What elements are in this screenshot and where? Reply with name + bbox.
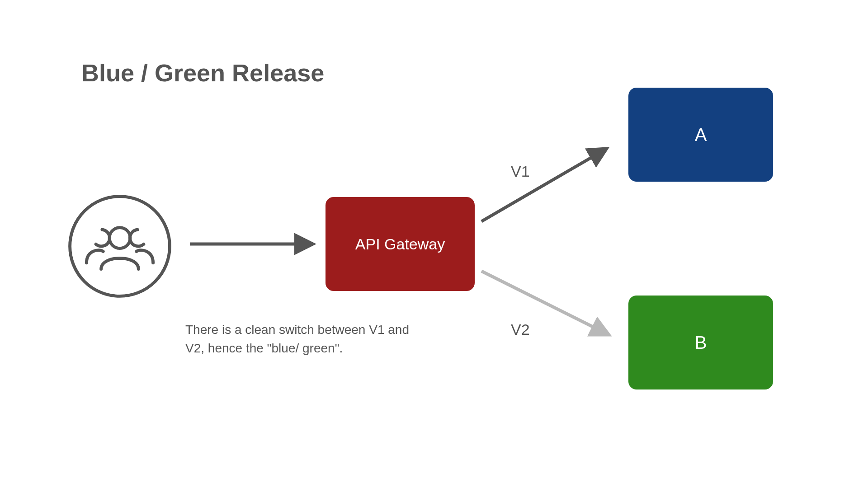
service-a-box: A bbox=[628, 88, 773, 182]
v1-label: V1 bbox=[511, 163, 530, 180]
service-b-label: B bbox=[695, 333, 707, 353]
v2-label: V2 bbox=[511, 321, 530, 338]
diagram-caption: There is a clean switch between V1 and V… bbox=[185, 321, 420, 357]
service-b-box: B bbox=[628, 296, 773, 389]
svg-point-1 bbox=[109, 228, 130, 249]
svg-point-0 bbox=[70, 197, 170, 296]
arrow-gateway-to-b bbox=[481, 271, 608, 334]
service-a-label: A bbox=[695, 125, 707, 145]
api-gateway-box: API Gateway bbox=[326, 197, 475, 291]
api-gateway-label: API Gateway bbox=[355, 235, 445, 253]
diagram-title: Blue / Green Release bbox=[81, 59, 324, 87]
arrow-gateway-to-a bbox=[481, 149, 606, 221]
users-icon bbox=[68, 194, 172, 298]
